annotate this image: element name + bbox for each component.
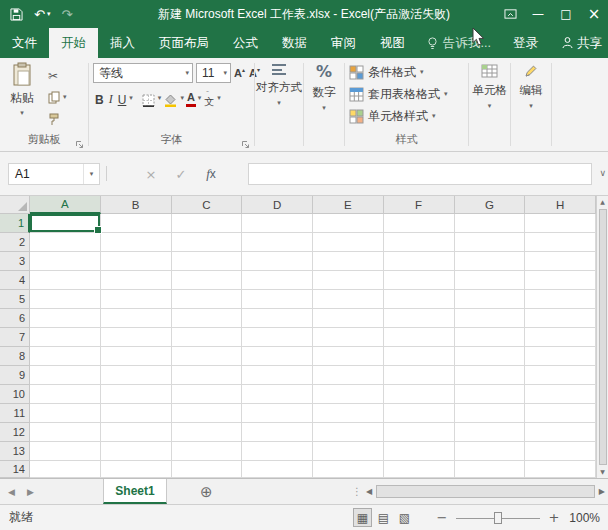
grid-cell[interactable] [384, 423, 455, 442]
grid-cell[interactable] [313, 214, 384, 233]
row-header[interactable]: 8 [0, 347, 30, 366]
grid-cell[interactable] [525, 461, 596, 478]
grid-cell[interactable] [455, 271, 526, 290]
grid-cell[interactable] [455, 328, 526, 347]
grid-cell[interactable] [313, 271, 384, 290]
grid-cell[interactable] [172, 385, 243, 404]
zoom-slider[interactable] [456, 510, 540, 526]
grid-cell[interactable] [384, 328, 455, 347]
grid-cell[interactable] [455, 252, 526, 271]
tab-view[interactable]: 视图 [368, 28, 417, 58]
paste-button[interactable]: 粘贴 ▾ [3, 62, 41, 140]
sign-in-button[interactable]: 登录 [501, 28, 550, 58]
select-all-corner[interactable] [0, 196, 30, 214]
cell-styles-button[interactable]: 单元格样式 ▾ [349, 107, 448, 126]
zoom-out-button[interactable]: − [435, 510, 449, 525]
horizontal-scroll-track[interactable] [374, 485, 597, 498]
grid-cell[interactable] [172, 347, 243, 366]
grid-cell[interactable] [101, 461, 172, 478]
grid-cell[interactable] [384, 404, 455, 423]
tab-page-layout[interactable]: 页面布局 [147, 28, 221, 58]
grid-cell[interactable] [172, 461, 243, 478]
row-header[interactable]: 5 [0, 290, 30, 309]
grid-cell[interactable] [455, 423, 526, 442]
grid-cell[interactable] [455, 385, 526, 404]
grid-cell[interactable] [101, 347, 172, 366]
vertical-scrollbar[interactable]: ▲ ▼ [596, 196, 608, 478]
grid-cell[interactable] [384, 290, 455, 309]
column-header[interactable]: F [384, 196, 455, 214]
grid-cell[interactable] [30, 214, 101, 233]
column-header[interactable]: E [313, 196, 384, 214]
row-header[interactable]: 14 [0, 461, 30, 478]
format-painter-button[interactable] [48, 112, 67, 127]
row-header[interactable]: 10 [0, 385, 30, 404]
grid-cell[interactable] [172, 328, 243, 347]
grid-cell[interactable] [455, 290, 526, 309]
tab-file[interactable]: 文件 [0, 28, 49, 58]
number-group-button[interactable]: % 数字 ▾ [304, 64, 344, 112]
grid-cell[interactable] [242, 309, 313, 328]
grid-cell[interactable] [313, 309, 384, 328]
grid-cell[interactable] [313, 385, 384, 404]
close-button[interactable]: × [580, 0, 608, 28]
column-header[interactable]: A [30, 196, 101, 214]
grid-cell[interactable] [172, 366, 243, 385]
grid-cell[interactable] [101, 328, 172, 347]
grid-cell[interactable] [242, 366, 313, 385]
bold-button[interactable]: B [93, 90, 106, 107]
grid-cell[interactable] [384, 271, 455, 290]
grid-cell[interactable] [101, 309, 172, 328]
font-name-select[interactable]: 等线 ▾ [93, 63, 193, 83]
horizontal-scroll-thumb[interactable] [376, 485, 595, 498]
formula-input[interactable] [248, 163, 592, 185]
redo-button[interactable]: ↷ [61, 8, 72, 21]
scroll-left-button[interactable]: ◀ [366, 487, 372, 496]
enter-button[interactable]: ✓ [166, 163, 196, 185]
sheet-tab-sheet1[interactable]: Sheet1 [103, 479, 167, 504]
borders-button[interactable] [140, 90, 157, 107]
alignment-group-button[interactable]: 对齐方式 ▾ [255, 64, 303, 107]
column-header[interactable]: C [172, 196, 243, 214]
grid-cell[interactable] [384, 214, 455, 233]
share-button[interactable]: 共享 [550, 28, 608, 58]
clipboard-dialog-launcher[interactable] [75, 138, 84, 147]
page-layout-view-button[interactable]: ▤ [374, 508, 393, 527]
grid-cell[interactable] [384, 461, 455, 478]
grid-cell[interactable] [525, 290, 596, 309]
grid-cell[interactable] [242, 271, 313, 290]
grid-cell[interactable] [172, 252, 243, 271]
row-header[interactable]: 9 [0, 366, 30, 385]
grid-cell[interactable] [313, 347, 384, 366]
grid-cell[interactable] [242, 461, 313, 478]
grid-cell[interactable] [172, 290, 243, 309]
fill-color-button[interactable] [162, 90, 179, 107]
tab-home[interactable]: 开始 [49, 28, 98, 58]
grid-cell[interactable] [30, 271, 101, 290]
grid-cell[interactable] [172, 309, 243, 328]
ribbon-display-options-button[interactable] [496, 0, 524, 28]
font-dialog-launcher[interactable] [241, 138, 250, 147]
grid-cell[interactable] [101, 290, 172, 309]
grid-cell[interactable] [455, 461, 526, 478]
grid-cell[interactable] [242, 290, 313, 309]
grid-cell[interactable] [525, 328, 596, 347]
grid-cell[interactable] [172, 271, 243, 290]
grid-cell[interactable] [242, 214, 313, 233]
grid-cell[interactable] [101, 423, 172, 442]
grid-cell[interactable] [101, 214, 172, 233]
add-sheet-button[interactable]: ⊕ [200, 479, 213, 504]
grid-cell[interactable] [313, 461, 384, 478]
tab-splitter-handle[interactable]: ⋮ [352, 479, 362, 504]
grid-cell[interactable] [384, 309, 455, 328]
insert-function-button[interactable]: fx [196, 163, 226, 185]
grid-cell[interactable] [101, 271, 172, 290]
grid-cell[interactable] [101, 404, 172, 423]
row-header[interactable]: 3 [0, 252, 30, 271]
grid-cell[interactable] [525, 309, 596, 328]
tell-me-box[interactable]: 告诉我... [417, 28, 501, 58]
grid-cell[interactable] [30, 461, 101, 478]
grid-cell[interactable] [30, 309, 101, 328]
grid-cell[interactable] [525, 442, 596, 461]
grid-cell[interactable] [455, 309, 526, 328]
